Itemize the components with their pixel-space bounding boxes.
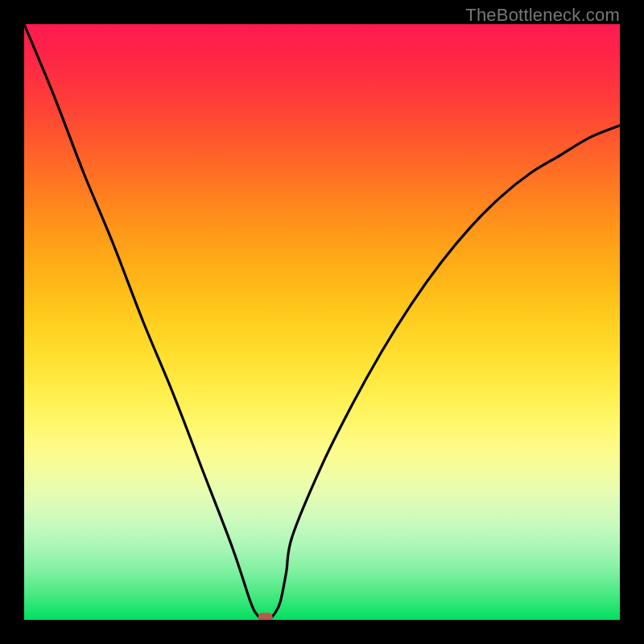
- chart-frame: TheBottleneck.com: [0, 0, 644, 644]
- watermark-text: TheBottleneck.com: [465, 5, 620, 26]
- gradient-background: [24, 24, 620, 620]
- plot-area: [24, 24, 620, 620]
- bottleneck-chart: [24, 24, 620, 620]
- optimal-point-marker: [258, 613, 273, 620]
